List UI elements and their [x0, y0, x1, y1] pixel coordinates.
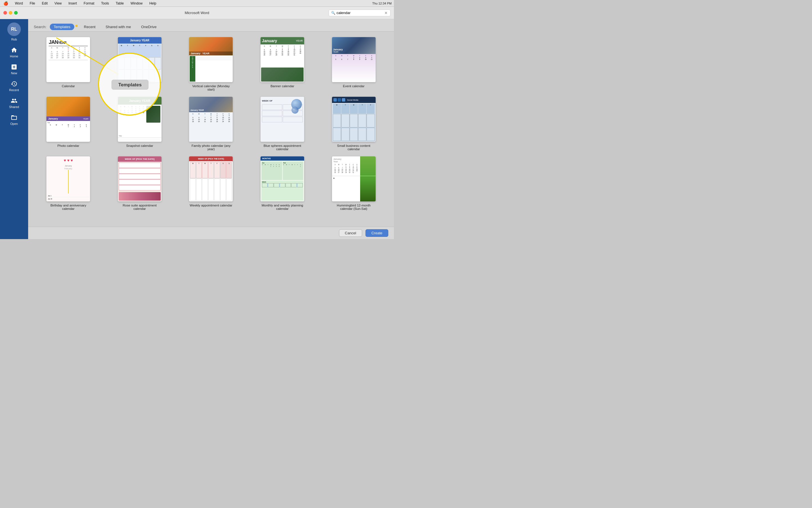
menu-table[interactable]: Table	[115, 1, 125, 5]
template-label-hummingbird: Hummingbird 12-month calendar (Sun-Sat)	[332, 204, 376, 210]
apple-menu[interactable]: 🍎	[2, 1, 9, 6]
menubar-right: Thu 12:34 PM	[372, 2, 392, 5]
template-thumb-event: January YEAR SMTWTFS 1234 567891011	[332, 37, 376, 82]
sidebar: RL Rob Home New Recent Shared Open	[0, 19, 28, 239]
template-thumb-hummingbird: January Year SMTWTFS 1234 567891011 1213…	[332, 156, 376, 201]
sidebar-item-recent-label: Recent	[9, 88, 19, 92]
template-label-small-biz: Small business content calendar	[332, 144, 376, 151]
minimize-button[interactable]	[9, 11, 12, 15]
template-label-rose: Rose suite appointment calendar	[118, 204, 162, 210]
template-label-banner: Banner calendar	[270, 84, 294, 88]
template-label-birthday: Birthday and anniversary calendar	[46, 204, 90, 210]
template-thumb-monthly-weekly: MONTHS Jan SMTWTFS 1234 Feb S	[260, 156, 304, 201]
menu-window[interactable]: Window	[129, 1, 144, 5]
search-label: Search:	[34, 25, 46, 29]
template-photo[interactable]: January YEAR Title SMTWTFS 1234 Photo ca…	[35, 97, 102, 151]
template-thumb-banner: January YEAR SMTWTFS 1234 567891011 1213…	[260, 37, 304, 82]
template-birthday[interactable]: ♥ ♥ ♥ January February Jan 1 Jan 15 Birt…	[35, 156, 102, 210]
tab-onedrive[interactable]: OneDrive	[137, 24, 161, 30]
template-thumb-family: January YEAR SMTWTFS 1234 567891011 1213…	[189, 97, 233, 142]
template-label-monthly-weekly: Monthly and weekly planning calendar	[260, 204, 304, 210]
template-vertical[interactable]: January YEAR SMTWTFS Vertical	[177, 37, 244, 91]
tab-recent[interactable]: Recent	[80, 24, 99, 30]
template-thumb-photo: January YEAR Title SMTWTFS 1234	[46, 97, 90, 142]
template-label-monday: Monday	[134, 84, 146, 88]
template-label-vertical: Vertical calendar (Monday start)	[189, 84, 233, 91]
home-icon	[11, 47, 17, 53]
sidebar-username: Rob	[11, 38, 17, 41]
sidebar-item-new-label: New	[11, 72, 17, 75]
template-rose[interactable]: WEEK OF [PICK THE DATE] Rose suite appoi…	[106, 156, 173, 210]
template-monday[interactable]: January YEAR M T W T F S S	[106, 37, 173, 91]
create-button[interactable]: Create	[365, 229, 388, 237]
template-thumb-monday: January YEAR M T W T F S S	[118, 37, 162, 82]
search-clear-button[interactable]: ✕	[384, 11, 388, 15]
template-blue-spheres[interactable]: WEEK OF Blue spheres appointment calenda…	[249, 97, 316, 151]
tab-templates[interactable]: Templates	[50, 24, 74, 30]
template-thumb-rose: WEEK OF [PICK THE DATE]	[118, 156, 162, 201]
sidebar-item-home-label: Home	[10, 54, 18, 58]
menu-file[interactable]: File	[29, 1, 36, 5]
sidebar-item-open[interactable]: Open	[3, 112, 25, 128]
macos-menubar: 🍎 Word File Edit View Insert Format Tool…	[0, 0, 394, 7]
template-snapshot[interactable]: January YEAR SMTWTFS 1234 567891011 1213…	[106, 97, 173, 151]
menu-help[interactable]: Help	[148, 1, 158, 5]
app-body: RL Rob Home New Recent Shared Open Searc…	[0, 19, 394, 239]
sidebar-item-new[interactable]: New	[3, 61, 25, 77]
maximize-button[interactable]	[14, 11, 18, 15]
search-icon: 🔍	[331, 11, 335, 15]
menu-tools[interactable]: Tools	[100, 1, 110, 5]
template-thumb-small-biz: Social Media M T W T F	[332, 97, 376, 142]
template-thumb-calendar: JANYEAR SMTWTFS 1234 567891011 121314151…	[46, 37, 90, 82]
bottom-bar: Cancel Create	[28, 227, 394, 239]
titlebar: Microsoft Word 🔍 ✕	[0, 7, 394, 19]
menu-time: Thu 12:34 PM	[372, 2, 392, 5]
template-weekly[interactable]: WEEK OF [PICK THE DATE] M T W T F S S	[177, 156, 244, 210]
template-label-blue-spheres: Blue spheres appointment calendar	[260, 144, 304, 151]
avatar: RL	[7, 23, 21, 36]
template-thumb-vertical: January YEAR SMTWTFS	[189, 37, 233, 82]
template-label-photo: Photo calendar	[57, 144, 79, 147]
template-small-biz[interactable]: Social Media M T W T F	[320, 97, 387, 151]
sidebar-item-home[interactable]: Home	[3, 44, 25, 60]
sidebar-item-shared[interactable]: Shared	[3, 95, 25, 111]
window-title: Microsoft Word	[185, 11, 209, 15]
open-icon	[11, 114, 17, 121]
close-button[interactable]	[3, 11, 7, 15]
tab-shared[interactable]: Shared with me	[102, 24, 135, 30]
menu-insert[interactable]: Insert	[67, 1, 78, 5]
template-calendar[interactable]: JANYEAR SMTWTFS 1234 567891011 121314151…	[35, 37, 102, 91]
template-thumb-snapshot: January YEAR SMTWTFS 1234 567891011 1213…	[118, 97, 162, 142]
template-label-snapshot: Snapshot calendar	[126, 144, 153, 147]
template-banner[interactable]: January YEAR SMTWTFS 1234 567891011 1213…	[249, 37, 316, 91]
tab-dot	[75, 25, 78, 27]
menu-edit[interactable]: Edit	[41, 1, 49, 5]
template-label-family: Family photo calendar (any year)	[189, 144, 233, 151]
menu-format[interactable]: Format	[82, 1, 95, 5]
content-area: Search: Templates Recent Shared with me …	[28, 19, 394, 239]
cancel-button[interactable]: Cancel	[339, 229, 362, 237]
shared-icon	[11, 97, 17, 104]
template-label-weekly: Weekly appointment calendar	[190, 204, 232, 207]
window-controls[interactable]	[3, 11, 18, 15]
menu-word[interactable]: Word	[14, 1, 24, 5]
template-thumb-blue-spheres: WEEK OF	[260, 97, 304, 142]
templates-grid: JANYEAR SMTWTFS 1234 567891011 121314151…	[28, 32, 394, 227]
template-family[interactable]: January YEAR SMTWTFS 1234 567891011 1213…	[177, 97, 244, 151]
search-box[interactable]: 🔍 ✕	[329, 9, 391, 16]
template-thumb-weekly: WEEK OF [PICK THE DATE] M T W T F S S	[189, 156, 233, 201]
recent-icon	[11, 80, 17, 87]
titlebar-search[interactable]: 🔍 ✕	[329, 9, 391, 16]
sidebar-item-recent[interactable]: Recent	[3, 78, 25, 94]
template-label-calendar: Calendar	[62, 84, 75, 88]
template-label-event: Event calendar	[343, 84, 365, 88]
new-icon	[11, 64, 17, 70]
template-monthly-weekly[interactable]: MONTHS Jan SMTWTFS 1234 Feb S	[249, 156, 316, 210]
search-input[interactable]	[336, 11, 384, 15]
search-tabs: Search: Templates Recent Shared with me …	[28, 19, 394, 32]
template-event[interactable]: January YEAR SMTWTFS 1234 567891011	[320, 37, 387, 91]
template-thumb-birthday: ♥ ♥ ♥ January February Jan 1 Jan 15	[46, 156, 90, 201]
sidebar-item-open-label: Open	[10, 122, 18, 125]
template-hummingbird[interactable]: January Year SMTWTFS 1234 567891011 1213…	[320, 156, 387, 210]
menu-view[interactable]: View	[53, 1, 63, 5]
